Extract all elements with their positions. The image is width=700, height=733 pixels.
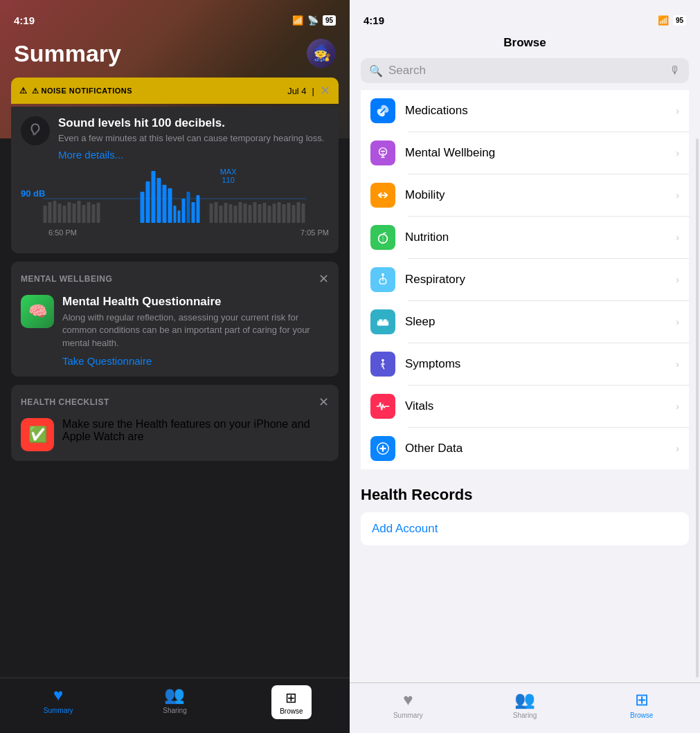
svg-rect-27 (219, 206, 223, 223)
svg-rect-38 (273, 203, 276, 223)
mobility-chevron: › (676, 190, 679, 201)
status-icons-right: 📶 95 (658, 15, 686, 26)
checklist-section-label: HEALTH CHECKLIST (21, 397, 109, 407)
mental-close-button[interactable]: ✕ (318, 271, 329, 287)
sound-chart: 90 dB MAX 110 (21, 168, 329, 244)
symptoms-icon (370, 352, 395, 377)
svg-rect-25 (210, 203, 213, 223)
noise-body: Even a few minutes at this level can cau… (58, 132, 324, 145)
svg-rect-15 (152, 171, 156, 223)
svg-rect-31 (239, 202, 242, 223)
right-nav-sharing[interactable]: 👥 Sharing (467, 690, 584, 719)
health-records-section: Health Records Add Account (350, 475, 700, 545)
checklist-icon: ✅ (21, 418, 54, 451)
banner-divider: | (312, 86, 314, 96)
respiratory-label: Respiratory (405, 273, 666, 287)
mobility-icon (370, 183, 395, 208)
sharing-icon: 👥 (164, 685, 185, 705)
search-placeholder: Search (388, 64, 664, 78)
chart-end-time: 7:05 PM (300, 228, 329, 237)
summary-header: Summary 🧙 (0, 30, 350, 75)
right-nav-browse[interactable]: ⊞ Browse (583, 690, 700, 719)
respiratory-icon (370, 267, 395, 292)
svg-rect-4 (58, 203, 62, 223)
browse-icon: ⊞ (285, 689, 297, 706)
nav-summary-label: Summary (44, 707, 73, 714)
nutrition-label: Nutrition (405, 230, 666, 244)
take-questionnaire-link[interactable]: Take Questionnaire (62, 355, 329, 367)
svg-point-64 (382, 359, 384, 362)
list-item-respiratory[interactable]: Respiratory › (361, 259, 689, 300)
svg-rect-17 (163, 185, 167, 223)
page-title-left: Summary (14, 40, 121, 67)
noise-banner-label: ⚠ ⚠ NOISE NOTIFICATIONS (19, 86, 132, 96)
medications-icon (370, 98, 395, 123)
medications-label: Medications (405, 104, 666, 118)
status-bar-left: 4:19 📶 📡 95 (0, 0, 350, 30)
chart-time-labels: 6:50 PM 7:05 PM (21, 228, 329, 237)
checklist-text: Make sure the Health features on your iP… (62, 418, 329, 443)
nav-summary[interactable]: ♥ Summary (0, 685, 116, 719)
nutrition-chevron: › (676, 232, 679, 243)
warning-icon: ⚠ (19, 86, 28, 96)
right-panel: 4:19 📶 95 Browse 🔍 Search 🎙 (350, 0, 700, 733)
vitals-icon (370, 394, 395, 419)
status-bar-right: 4:19 📶 95 (350, 0, 700, 30)
health-records-title: Health Records (361, 475, 689, 512)
list-item-nutrition[interactable]: Nutrition › (361, 217, 689, 258)
svg-rect-16 (157, 178, 161, 223)
noise-close-button[interactable]: ✕ (320, 83, 330, 98)
noise-card-header: Sound levels hit 100 decibels. Even a fe… (21, 116, 329, 161)
list-item-vitals[interactable]: Vitals › (361, 386, 689, 427)
noise-headline: Sound levels hit 100 decibels. (58, 116, 324, 130)
svg-rect-1 (44, 206, 47, 223)
svg-rect-43 (297, 202, 300, 223)
browse-active-box: ⊞ Browse (271, 685, 311, 719)
search-icon: 🔍 (369, 64, 383, 78)
left-panel: 4:19 📶 📡 95 Summary 🧙 ⚠ ⚠ NOISE NOTIFICA… (0, 0, 350, 733)
mental-icon: 🧠 (21, 295, 54, 328)
battery-left: 95 (323, 15, 336, 26)
db-label: 90 dB (21, 188, 45, 199)
list-item-other-data[interactable]: Other Data › (361, 428, 689, 469)
signal-icon: 📶 (292, 15, 303, 26)
nav-browse[interactable]: ⊞ Browse (233, 685, 350, 719)
svg-rect-28 (224, 203, 228, 223)
scroll-indicator (696, 138, 699, 678)
right-nav-summary[interactable]: ♥ Summary (350, 690, 467, 719)
svg-rect-33 (249, 205, 252, 223)
nav-sharing[interactable]: 👥 Sharing (116, 685, 233, 719)
svg-rect-20 (178, 210, 181, 223)
more-details-link[interactable]: More details... (58, 149, 324, 161)
nav-browse-label: Browse (280, 707, 303, 715)
list-item-sleep[interactable]: Sleep › (361, 301, 689, 343)
list-item-symptoms[interactable]: Symptoms › (361, 343, 689, 385)
other-data-icon (370, 436, 395, 461)
checklist-close-button[interactable]: ✕ (318, 395, 329, 410)
max-label: MAX 110 (220, 168, 237, 184)
add-account-button[interactable]: Add Account (361, 512, 689, 545)
avatar[interactable]: 🧙 (307, 39, 336, 68)
noise-banner: ⚠ ⚠ NOISE NOTIFICATIONS Jul 4 | ✕ (11, 78, 339, 104)
sleep-label: Sleep (405, 315, 666, 329)
mental-text: Mental Health Questionnaire Along with r… (62, 295, 329, 367)
microphone-icon[interactable]: 🎙 (670, 64, 681, 77)
list-item-mental-wellbeing[interactable]: Mental Wellbeing › (361, 132, 689, 174)
list-item-mobility[interactable]: Mobility › (361, 174, 689, 216)
right-nav-summary-label: Summary (393, 712, 423, 719)
symptoms-chevron: › (676, 359, 679, 370)
browse-icon-right: ⊞ (635, 690, 649, 709)
svg-rect-9 (82, 205, 86, 223)
list-item-medications[interactable]: Medications › (361, 90, 689, 132)
search-bar[interactable]: 🔍 Search 🎙 (361, 58, 689, 83)
svg-rect-41 (287, 203, 291, 223)
svg-rect-24 (197, 195, 200, 223)
svg-rect-63 (384, 319, 387, 322)
svg-rect-35 (258, 204, 262, 223)
svg-rect-40 (282, 204, 286, 223)
mental-body: Along with regular reflection, assessing… (62, 311, 329, 350)
heart-icon-right: ♥ (403, 690, 413, 709)
svg-rect-14 (146, 181, 150, 223)
svg-point-59 (382, 273, 384, 276)
noise-card: Sound levels hit 100 decibels. Even a fe… (11, 107, 339, 253)
